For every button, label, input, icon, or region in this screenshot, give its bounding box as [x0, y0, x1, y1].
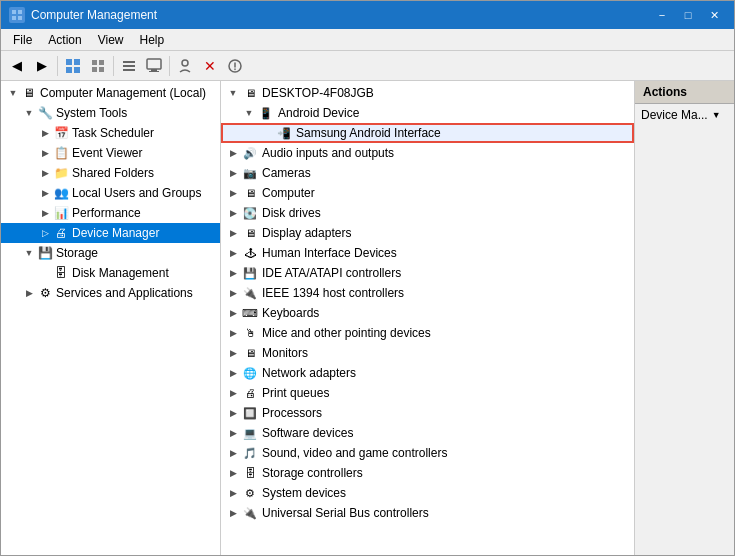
- device-item-software[interactable]: ▶ 💻 Software devices: [221, 423, 634, 443]
- menu-file[interactable]: File: [5, 29, 40, 51]
- device-item-disk-drives[interactable]: ▶ 💽 Disk drives: [221, 203, 634, 223]
- app-icon: [9, 7, 25, 23]
- expand-audio: ▶: [225, 148, 241, 158]
- delete-button[interactable]: ✕: [198, 54, 222, 78]
- device-item-system[interactable]: ▶ ⚙ System devices: [221, 483, 634, 503]
- dm-label: Device Manager: [72, 226, 159, 240]
- close-button[interactable]: ✕: [702, 6, 726, 24]
- device-item-usb[interactable]: ▶ 🔌 Universal Serial Bus controllers: [221, 503, 634, 523]
- svg-rect-8: [92, 60, 97, 65]
- services-label: Services and Applications: [56, 286, 193, 300]
- tree-device-manager[interactable]: ▷ 🖨 Device Manager: [1, 223, 220, 243]
- system-icon: ⚙: [241, 485, 259, 501]
- expand-display: ▶: [225, 228, 241, 238]
- toolbar-btn-2[interactable]: [86, 54, 110, 78]
- svg-rect-15: [147, 59, 161, 69]
- usb-label: Universal Serial Bus controllers: [262, 506, 429, 520]
- toolbar-btn-5[interactable]: [173, 54, 197, 78]
- tree-root[interactable]: ▼ 🖥 Computer Management (Local): [1, 83, 220, 103]
- tree-disk-mgmt[interactable]: ▶ 🗄 Disk Management: [1, 263, 220, 283]
- expand-dm: ▷: [37, 225, 53, 241]
- tree-performance[interactable]: ▶ 📊 Performance: [1, 203, 220, 223]
- computer-root-icon: 🖥: [241, 85, 259, 101]
- expand-root: ▼: [5, 85, 21, 101]
- toolbar: ◀ ▶: [1, 51, 734, 81]
- computer-icon: 🖥: [21, 85, 37, 101]
- minimize-button[interactable]: −: [650, 6, 674, 24]
- svg-rect-14: [123, 69, 135, 71]
- device-item-ide[interactable]: ▶ 💾 IDE ATA/ATAPI controllers: [221, 263, 634, 283]
- toolbar-sep-1: [57, 56, 58, 76]
- device-item-cameras[interactable]: ▶ 📷 Cameras: [221, 163, 634, 183]
- perf-label: Performance: [72, 206, 141, 220]
- device-item-computer[interactable]: ▶ 🖥 Computer: [221, 183, 634, 203]
- maximize-button[interactable]: □: [676, 6, 700, 24]
- tree-event-viewer[interactable]: ▶ 📋 Event Viewer: [1, 143, 220, 163]
- keyboards-icon: ⌨: [241, 305, 259, 321]
- device-item-hid[interactable]: ▶ 🕹 Human Interface Devices: [221, 243, 634, 263]
- hid-label: Human Interface Devices: [262, 246, 397, 260]
- device-item-processors[interactable]: ▶ 🔲 Processors: [221, 403, 634, 423]
- window-title: Computer Management: [31, 8, 157, 22]
- svg-rect-0: [12, 10, 16, 14]
- menu-help[interactable]: Help: [132, 29, 173, 51]
- audio-icon: 🔊: [241, 145, 259, 161]
- computer-icon: 🖥: [241, 185, 259, 201]
- expand-system: ▶: [225, 488, 241, 498]
- menu-view[interactable]: View: [90, 29, 132, 51]
- device-item-mice[interactable]: ▶ 🖱 Mice and other pointing devices: [221, 323, 634, 343]
- tools-icon: 🔧: [37, 105, 53, 121]
- actions-dropdown-arrow[interactable]: ▼: [712, 110, 721, 120]
- svg-rect-17: [149, 71, 159, 72]
- device-item-storage[interactable]: ▶ 🗄 Storage controllers: [221, 463, 634, 483]
- monitors-icon: 🖥: [241, 345, 259, 361]
- svg-rect-4: [66, 59, 72, 65]
- computer-root-label: DESKTOP-4F08JGB: [262, 86, 374, 100]
- tree-services[interactable]: ▶ ⚙ Services and Applications: [1, 283, 220, 303]
- forward-button[interactable]: ▶: [30, 54, 54, 78]
- software-icon: 💻: [241, 425, 259, 441]
- device-item-sound[interactable]: ▶ 🎵 Sound, video and game controllers: [221, 443, 634, 463]
- expand-sound: ▶: [225, 448, 241, 458]
- android-device-item[interactable]: ▼ 📱 Android Device: [221, 103, 634, 123]
- tree-local-users[interactable]: ▶ 👥 Local Users and Groups: [1, 183, 220, 203]
- tree-task-scheduler[interactable]: ▶ 📅 Task Scheduler: [1, 123, 220, 143]
- toolbar-btn-6[interactable]: [223, 54, 247, 78]
- expand-perf: ▶: [37, 205, 53, 221]
- center-panel: ▼ 🖥 DESKTOP-4F08JGB ▼ 📱 Android Device ▶…: [221, 81, 634, 555]
- cameras-icon: 📷: [241, 165, 259, 181]
- root-label: Computer Management (Local): [40, 86, 206, 100]
- usb-icon: 🔌: [241, 505, 259, 521]
- device-item-monitors[interactable]: ▶ 🖥 Monitors: [221, 343, 634, 363]
- device-item-ieee[interactable]: ▶ 🔌 IEEE 1394 host controllers: [221, 283, 634, 303]
- expand-cameras: ▶: [225, 168, 241, 178]
- computer-root-item[interactable]: ▼ 🖥 DESKTOP-4F08JGB: [221, 83, 634, 103]
- back-button[interactable]: ◀: [5, 54, 29, 78]
- print-icon: 🖨: [241, 385, 259, 401]
- toolbar-btn-3[interactable]: [117, 54, 141, 78]
- device-item-print[interactable]: ▶ 🖨 Print queues: [221, 383, 634, 403]
- device-item-keyboards[interactable]: ▶ ⌨ Keyboards: [221, 303, 634, 323]
- keyboards-label: Keyboards: [262, 306, 319, 320]
- tree-system-tools[interactable]: ▼ 🔧 System Tools: [1, 103, 220, 123]
- menu-action[interactable]: Action: [40, 29, 89, 51]
- storage-icon: 💾: [37, 245, 53, 261]
- expand-disk-drives: ▶: [225, 208, 241, 218]
- storage-label: Storage controllers: [262, 466, 363, 480]
- expand-android: ▼: [241, 108, 257, 118]
- shared-label: Shared Folders: [72, 166, 154, 180]
- toolbar-btn-1[interactable]: [61, 54, 85, 78]
- samsung-device-item[interactable]: ▶ 📲 Samsung Android Interface: [221, 123, 634, 143]
- tree-shared-folders[interactable]: ▶ 📁 Shared Folders: [1, 163, 220, 183]
- device-item-network[interactable]: ▶ 🌐 Network adapters: [221, 363, 634, 383]
- tree-storage[interactable]: ▼ 💾 Storage: [1, 243, 220, 263]
- expand-hid: ▶: [225, 248, 241, 258]
- expand-system-tools: ▼: [21, 105, 37, 121]
- actions-device-manager[interactable]: Device Ma... ▼: [635, 104, 734, 126]
- toolbar-btn-4[interactable]: [142, 54, 166, 78]
- expand-ieee: ▶: [225, 288, 241, 298]
- expand-users: ▶: [37, 185, 53, 201]
- device-item-audio[interactable]: ▶ 🔊 Audio inputs and outputs: [221, 143, 634, 163]
- device-item-display[interactable]: ▶ 🖥 Display adapters: [221, 223, 634, 243]
- dm-icon: 🖨: [53, 225, 69, 241]
